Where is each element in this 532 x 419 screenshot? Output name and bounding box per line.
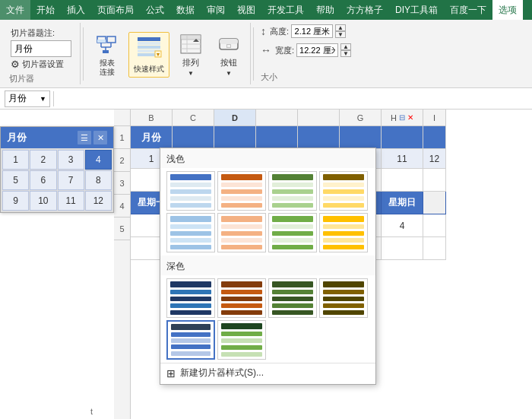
slicer-item-7[interactable]: 7 bbox=[58, 170, 84, 190]
col-header-f bbox=[298, 110, 340, 126]
quick-style-label: 快速样式 bbox=[134, 64, 164, 75]
cell-i1b[interactable]: 12 bbox=[423, 149, 446, 169]
style-item-light-2[interactable] bbox=[217, 171, 266, 211]
cell-b1[interactable]: 月份 bbox=[131, 126, 173, 149]
cell-i4[interactable] bbox=[423, 214, 446, 237]
slicer-title-bar: 月份 ☰ ✕ bbox=[1, 127, 113, 148]
caption-section: 切片器题注: ⚙ 切片器设置 bbox=[9, 26, 73, 71]
style-item-dark-6[interactable] bbox=[217, 320, 266, 360]
style-item-dark-4[interactable] bbox=[319, 278, 368, 318]
svg-rect-10 bbox=[138, 46, 160, 49]
style-item-dark-1[interactable] bbox=[166, 278, 215, 318]
empty-slot-1 bbox=[268, 320, 317, 360]
slicer-item-3[interactable]: 3 bbox=[58, 150, 84, 170]
menu-options[interactable]: 选项 bbox=[492, 0, 523, 20]
cell-f1[interactable] bbox=[298, 126, 340, 149]
menu-dev[interactable]: 开发工具 bbox=[261, 0, 310, 20]
cell-i2[interactable] bbox=[423, 169, 446, 192]
col-header-i: I bbox=[423, 110, 446, 126]
cell-d1[interactable] bbox=[214, 126, 256, 149]
style-item-light-7[interactable] bbox=[268, 213, 317, 252]
new-style-label: 新建切片器样式(S)... bbox=[180, 367, 264, 379]
menu-baidu[interactable]: 百度一下 bbox=[444, 0, 492, 20]
menu-file[interactable]: 文件 bbox=[0, 0, 30, 20]
quick-style-dropdown: 浅色 bbox=[160, 148, 376, 385]
slicer-item-11[interactable]: 11 bbox=[58, 191, 84, 211]
menu-home[interactable]: 开始 bbox=[30, 0, 61, 20]
slicer-item-9[interactable]: 9 bbox=[2, 191, 29, 211]
sort-icon bbox=[177, 33, 204, 56]
slicer-item-4[interactable]: 4 bbox=[85, 150, 112, 170]
style-item-dark-3[interactable] bbox=[268, 278, 317, 318]
new-style-footer[interactable]: ⊞ 新建切片器样式(S)... bbox=[160, 363, 375, 382]
height-icon: ↕ bbox=[261, 25, 266, 37]
slicer-item-2[interactable]: 2 bbox=[30, 150, 56, 170]
separator-2 bbox=[253, 27, 254, 81]
style-item-dark-2[interactable] bbox=[217, 278, 266, 318]
width-input[interactable] bbox=[296, 43, 338, 57]
caption-settings-label: 切片器设置 bbox=[22, 59, 64, 70]
style-item-light-4[interactable] bbox=[319, 171, 368, 211]
caption-settings-btn[interactable]: ⚙ 切片器设置 bbox=[11, 59, 71, 70]
menu-formula[interactable]: 公式 bbox=[140, 0, 170, 20]
slicer-item-6[interactable]: 6 bbox=[30, 170, 56, 190]
svg-rect-1 bbox=[97, 40, 106, 43]
slicer-multiselect-btn[interactable]: ☰ bbox=[78, 131, 91, 144]
dark-section-label: 深色 bbox=[160, 256, 375, 275]
height-down[interactable]: ▼ bbox=[335, 31, 346, 38]
sort-btn[interactable]: 排列 ▼ bbox=[174, 32, 207, 78]
cell-e1[interactable] bbox=[256, 126, 298, 149]
width-spinner[interactable]: ▲ ▼ bbox=[340, 43, 351, 57]
svg-rect-8 bbox=[138, 37, 160, 41]
menu-bar: 文件 开始 插入 页面布局 公式 数据 审阅 视图 开发工具 帮助 方方格子 D… bbox=[0, 0, 532, 20]
name-box[interactable]: 月份 ▼ bbox=[5, 90, 50, 107]
slicer-item-10[interactable]: 10 bbox=[30, 191, 56, 211]
style-item-light-6[interactable] bbox=[217, 213, 266, 252]
cell-g1[interactable] bbox=[340, 126, 382, 149]
quick-style-btn[interactable]: ▼ 快速样式 bbox=[128, 32, 169, 78]
menu-pagelayout[interactable]: 页面布局 bbox=[91, 0, 140, 20]
cell-h3[interactable]: 星期日 bbox=[382, 192, 423, 214]
cell-h5[interactable] bbox=[382, 237, 423, 260]
width-down[interactable]: ▼ bbox=[340, 50, 351, 57]
clear-filter-icon: ✕ bbox=[407, 113, 413, 122]
button-icon: □ bbox=[215, 33, 242, 56]
slicer-item-12[interactable]: 12 bbox=[85, 191, 112, 211]
slicer-item-5[interactable]: 5 bbox=[2, 170, 29, 190]
button-btn[interactable]: □ 按钮 ▼ bbox=[212, 32, 245, 78]
height-spinner[interactable]: ▲ ▼ bbox=[335, 24, 346, 38]
sort-label: 排列 bbox=[182, 57, 199, 68]
dark-styles-grid bbox=[160, 275, 375, 363]
col-header-h: H ⊟ ✕ bbox=[382, 110, 423, 126]
style-item-light-3[interactable] bbox=[268, 171, 317, 211]
style-item-light-1[interactable] bbox=[166, 171, 215, 211]
menu-insert[interactable]: 插入 bbox=[61, 0, 91, 20]
row-headers: 1 2 3 4 5 bbox=[114, 126, 131, 419]
cell-c1[interactable] bbox=[173, 126, 214, 149]
cell-i1[interactable] bbox=[423, 126, 446, 149]
menu-ffgz[interactable]: 方方格子 bbox=[340, 0, 389, 20]
height-up[interactable]: ▲ bbox=[335, 24, 346, 31]
height-input[interactable] bbox=[291, 24, 333, 38]
menu-diy[interactable]: DIY工具箱 bbox=[389, 0, 444, 20]
cell-i3[interactable] bbox=[423, 192, 446, 214]
width-up[interactable]: ▲ bbox=[340, 43, 351, 50]
slicer-clear-btn[interactable]: ✕ bbox=[93, 131, 107, 144]
slicer-widget[interactable]: 月份 ☰ ✕ 1 2 3 4 5 6 7 8 9 10 11 12 bbox=[0, 126, 114, 213]
slicer-item-8[interactable]: 8 bbox=[85, 170, 112, 190]
menu-help[interactable]: 帮助 bbox=[310, 0, 340, 20]
cell-h4[interactable]: 4 bbox=[382, 214, 423, 237]
cell-h1b[interactable]: 11 bbox=[382, 149, 423, 169]
menu-data[interactable]: 数据 bbox=[170, 0, 201, 20]
menu-view[interactable]: 视图 bbox=[231, 0, 261, 20]
cell-h1[interactable] bbox=[382, 126, 423, 149]
caption-input[interactable] bbox=[11, 40, 71, 57]
menu-review[interactable]: 审阅 bbox=[201, 0, 231, 20]
cell-i5[interactable] bbox=[423, 237, 446, 260]
style-item-light-5[interactable] bbox=[166, 213, 215, 252]
style-item-light-8[interactable] bbox=[319, 213, 368, 252]
slicer-item-1[interactable]: 1 bbox=[2, 150, 29, 170]
report-connect-btn[interactable]: 报表连接 bbox=[90, 32, 124, 78]
cell-h2[interactable] bbox=[382, 169, 423, 192]
style-item-dark-5[interactable] bbox=[166, 320, 215, 360]
